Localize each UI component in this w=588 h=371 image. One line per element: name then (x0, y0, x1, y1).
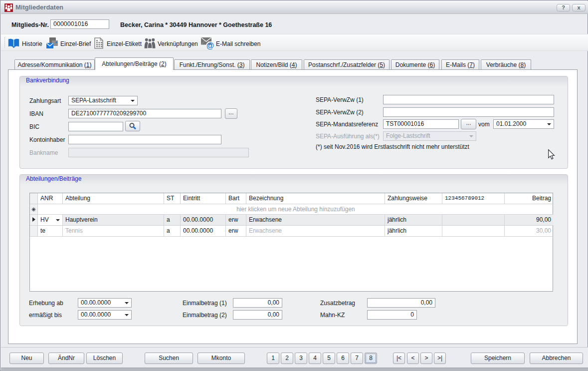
svg-text:@: @ (206, 41, 214, 49)
